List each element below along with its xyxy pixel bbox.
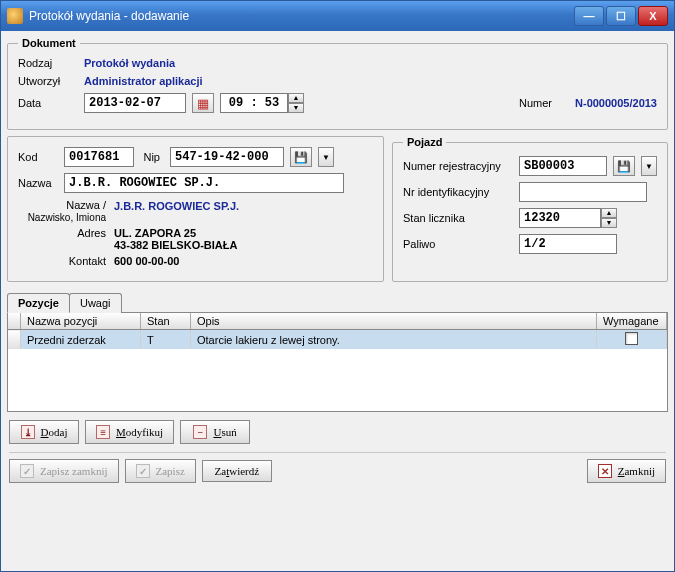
cell-nazwa: Przedni zderzak: [21, 330, 141, 350]
stan-label: Stan licznika: [403, 212, 513, 224]
nazwa-input[interactable]: [64, 173, 344, 193]
calendar-button[interactable]: ▦: [192, 93, 214, 113]
utworzyl-label: Utworzył: [18, 75, 78, 87]
rodzaj-value: Protokół wydania: [84, 57, 175, 69]
window-title: Protokół wydania - dodawanie: [29, 9, 574, 23]
usun-button[interactable]: −Usuń: [180, 420, 250, 444]
nazwa-label: Nazwa: [18, 177, 58, 189]
minimize-button[interactable]: —: [574, 6, 604, 26]
pojazd-legend: Pojazd: [403, 136, 446, 148]
rej-input[interactable]: [519, 156, 607, 176]
klient-dropdown-button[interactable]: ▼: [318, 147, 334, 167]
rodzaj-label: Rodzaj: [18, 57, 78, 69]
cell-opis: Otarcie lakieru z lewej strony.: [191, 330, 597, 350]
maximize-button[interactable]: ☐: [606, 6, 636, 26]
nip-label: Nip: [140, 151, 164, 163]
stan-input[interactable]: [519, 208, 601, 228]
add-icon: ⤓: [21, 425, 35, 439]
adres-label: Adres: [24, 227, 114, 251]
kontakt-label: Kontakt: [24, 255, 114, 267]
tab-uwagi[interactable]: Uwagi: [69, 293, 122, 313]
disk-icon: 💾: [617, 160, 631, 173]
nazwisko-label: Nazwa / Nazwisko, Imiona: [24, 199, 114, 223]
klient-lookup-button[interactable]: 💾: [290, 147, 312, 167]
time-input[interactable]: [220, 93, 288, 113]
utworzyl-value: Administrator aplikacji: [84, 75, 203, 87]
save-close-icon: ✓: [20, 464, 34, 478]
dodaj-button[interactable]: ⤓Dodaj: [9, 420, 79, 444]
app-window: Protokół wydania - dodawanie — ☐ X Dokum…: [0, 0, 675, 572]
ident-input[interactable]: [519, 182, 647, 202]
dokument-group: Dokument Rodzaj Protokół wydania Utworzy…: [7, 37, 668, 130]
col-wymagane[interactable]: Wymagane: [597, 313, 667, 330]
zamknij-button[interactable]: ✕Zamknij: [587, 459, 666, 483]
app-icon: [7, 8, 23, 24]
time-spin-up[interactable]: ▲: [288, 93, 304, 103]
close-window-button[interactable]: X: [638, 6, 668, 26]
nip-input[interactable]: [170, 147, 284, 167]
data-label: Data: [18, 97, 78, 109]
numer-label: Numer: [519, 97, 569, 109]
cell-wymagane-checkbox[interactable]: [625, 332, 638, 345]
adres-value: UL. ZAPORA 2543-382 BIELSKO-BIAŁA: [114, 227, 237, 251]
tab-pozycje[interactable]: Pozycje: [7, 293, 70, 313]
edit-icon: ≡: [96, 425, 110, 439]
delete-icon: −: [193, 425, 207, 439]
rej-label: Numer rejestracyjny: [403, 160, 513, 172]
zapisz-zamknij-button[interactable]: ✓Zapisz zamknij: [9, 459, 119, 483]
grid-header-row: Nazwa pozycji Stan Opis Wymagane: [8, 313, 667, 330]
stan-spin-up[interactable]: ▲: [601, 208, 617, 218]
numer-value: N-0000005/2013: [575, 97, 657, 109]
positions-grid[interactable]: Nazwa pozycji Stan Opis Wymagane Przedni…: [7, 312, 668, 412]
kod-label: Kod: [18, 151, 58, 163]
calendar-icon: ▦: [197, 96, 209, 111]
col-opis[interactable]: Opis: [191, 313, 597, 330]
pojazd-dropdown-button[interactable]: ▼: [641, 156, 657, 176]
dokument-legend: Dokument: [18, 37, 80, 49]
paliwo-label: Paliwo: [403, 238, 513, 250]
time-spin-down[interactable]: ▼: [288, 103, 304, 113]
zapisz-button[interactable]: ✓Zapisz: [125, 459, 196, 483]
titlebar[interactable]: Protokół wydania - dodawanie — ☐ X: [1, 1, 674, 31]
paliwo-input[interactable]: [519, 234, 617, 254]
kontakt-value: 600 00-00-00: [114, 255, 179, 267]
pojazd-lookup-button[interactable]: 💾: [613, 156, 635, 176]
disk-icon: 💾: [294, 151, 308, 164]
modyfikuj-button[interactable]: ≡Modyfikuj: [85, 420, 174, 444]
cell-stan: T: [141, 330, 191, 350]
pojazd-group: Pojazd Numer rejestracyjny 💾 ▼ Nr identy…: [392, 136, 668, 282]
ident-label: Nr identyfikacyjny: [403, 186, 513, 198]
kod-input[interactable]: [64, 147, 134, 167]
zatwierdz-button[interactable]: Zatwierdź: [202, 460, 272, 482]
table-row[interactable]: Przedni zderzak T Otarcie lakieru z lewe…: [8, 330, 667, 350]
stan-spin-down[interactable]: ▼: [601, 218, 617, 228]
col-stan[interactable]: Stan: [141, 313, 191, 330]
data-input[interactable]: [84, 93, 186, 113]
close-icon: ✕: [598, 464, 612, 478]
klient-group: Kod Nip 💾 ▼ Nazwa Nazwa: [7, 136, 384, 282]
tabs: Pozycje Uwagi: [7, 292, 668, 313]
col-nazwa[interactable]: Nazwa pozycji: [21, 313, 141, 330]
save-icon: ✓: [136, 464, 150, 478]
client-area: Dokument Rodzaj Protokół wydania Utworzy…: [1, 31, 674, 571]
nazwisko-value: J.B.R. ROGOWIEC SP.J.: [114, 199, 239, 223]
